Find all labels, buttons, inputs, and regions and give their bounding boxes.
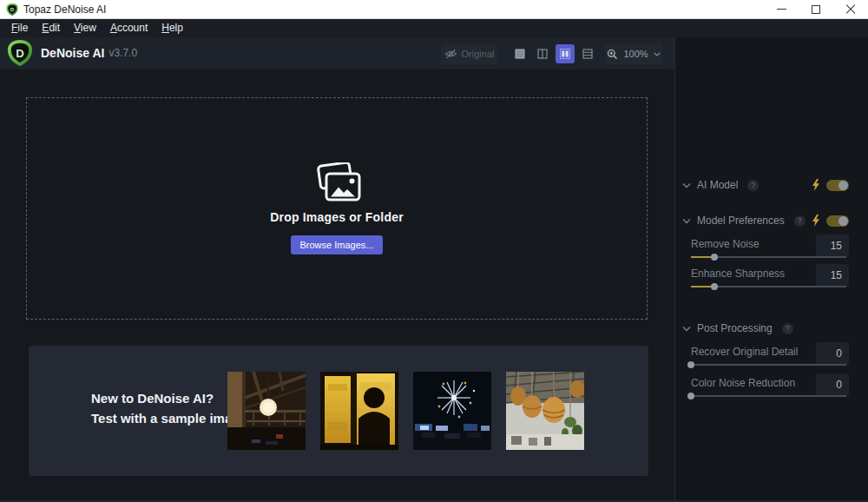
section-label: Model Preferences xyxy=(697,215,785,227)
minimize-button[interactable] xyxy=(764,0,799,18)
menu-account[interactable]: Account xyxy=(103,20,155,36)
chevron-down-icon xyxy=(682,182,691,188)
enhance-sharpness-slider: Enhance Sharpness 15 xyxy=(691,268,849,294)
samples-heading: New to DeNoise AI? Test with a sample im… xyxy=(91,388,247,428)
ai-model-toggle[interactable] xyxy=(826,180,849,191)
split-view-icon xyxy=(537,49,548,59)
svg-text:D: D xyxy=(10,6,15,12)
slider-handle[interactable] xyxy=(711,254,718,261)
menu-file[interactable]: File xyxy=(4,20,35,36)
remove-noise-slider: Remove Noise 15 xyxy=(691,238,849,264)
section-label: Post Processing xyxy=(697,322,773,334)
section-post-processing[interactable]: Post Processing ? xyxy=(682,321,849,335)
chevron-down-icon xyxy=(682,326,691,332)
zoom-in-icon xyxy=(607,49,618,60)
maximize-icon xyxy=(812,5,820,14)
window-title: Topaz DeNoise AI xyxy=(23,3,106,16)
split-view-button[interactable] xyxy=(533,44,552,63)
slider-track[interactable] xyxy=(691,395,846,397)
brand-shield-icon: D xyxy=(7,40,33,66)
slider-handle[interactable] xyxy=(687,361,694,368)
svg-text:D: D xyxy=(16,47,23,60)
sample-thumbnails xyxy=(227,372,584,450)
samples-panel: New to DeNoise AI? Test with a sample im… xyxy=(29,346,648,476)
recover-original-detail-value[interactable]: 0 xyxy=(816,342,849,365)
slider-track[interactable] xyxy=(691,256,846,258)
slider-track[interactable] xyxy=(691,286,846,287)
toggle-knob xyxy=(838,216,848,226)
menu-edit[interactable]: Edit xyxy=(35,20,67,36)
original-label: Original xyxy=(462,49,495,59)
image-drop-zone[interactable]: Drop Images or Folder Browse Images... xyxy=(26,97,648,320)
chevron-down-icon xyxy=(654,52,661,56)
browse-images-button[interactable]: Browse Images... xyxy=(291,235,383,254)
recover-original-detail-slider: Recover Original Detail 0 xyxy=(691,346,849,372)
zoom-level: 100% xyxy=(623,49,648,59)
settings-panel: AI Model ? Model Preferences ? xyxy=(674,37,868,502)
toggle-knob xyxy=(838,181,848,190)
close-icon xyxy=(845,4,856,15)
samples-heading-line1: New to DeNoise AI? xyxy=(91,388,247,408)
minimize-icon xyxy=(777,9,786,10)
close-button[interactable] xyxy=(833,0,868,18)
side-by-side-view-button[interactable] xyxy=(556,44,575,63)
show-original-button[interactable]: Original xyxy=(441,43,497,64)
lightning-icon xyxy=(812,179,820,191)
color-noise-reduction-value[interactable]: 0 xyxy=(816,373,849,396)
help-icon[interactable]: ? xyxy=(782,323,793,334)
maximize-button[interactable] xyxy=(799,0,833,18)
menu-help[interactable]: Help xyxy=(155,20,190,36)
app-shield-icon: D xyxy=(6,3,18,16)
sample-image-lodge[interactable] xyxy=(227,372,306,450)
menu-view[interactable]: View xyxy=(67,20,103,36)
lightning-icon xyxy=(812,215,820,227)
app-name: DeNoise AI xyxy=(41,46,104,60)
help-icon[interactable]: ? xyxy=(794,215,806,227)
sample-image-cafe-baskets[interactable] xyxy=(506,372,584,450)
single-view-button[interactable] xyxy=(510,44,529,63)
window-titlebar: D Topaz DeNoise AI xyxy=(0,0,868,19)
help-icon[interactable]: ? xyxy=(747,180,759,191)
section-ai-model[interactable]: AI Model ? xyxy=(682,178,849,192)
side-by-side-view-icon xyxy=(560,49,570,59)
sample-image-stained-glass[interactable] xyxy=(320,372,398,450)
samples-heading-line2: Test with a sample image xyxy=(91,408,247,428)
photos-icon xyxy=(312,162,362,202)
remove-noise-value[interactable]: 15 xyxy=(816,234,849,257)
section-model-preferences[interactable]: Model Preferences ? xyxy=(682,214,849,228)
model-preferences-toggle[interactable] xyxy=(826,215,849,227)
eye-off-icon xyxy=(444,49,457,59)
app-version: v3.7.0 xyxy=(108,47,137,59)
enhance-sharpness-value[interactable]: 15 xyxy=(816,264,849,287)
slider-handle[interactable] xyxy=(687,393,694,400)
single-view-icon xyxy=(515,49,525,59)
app-header: D DeNoise AI v3.7.0 Original xyxy=(0,37,674,69)
zoom-control[interactable]: 100% xyxy=(605,43,662,64)
slider-handle[interactable] xyxy=(711,283,718,290)
sample-image-fireworks[interactable] xyxy=(413,372,491,450)
chevron-down-icon xyxy=(682,218,691,224)
section-label: AI Model xyxy=(697,179,738,191)
menu-bar: File Edit View Account Help xyxy=(0,19,868,37)
comparison-view-button[interactable] xyxy=(578,44,597,63)
view-mode-group xyxy=(510,44,597,63)
comparison-view-icon xyxy=(582,49,593,59)
brand: D DeNoise AI v3.7.0 xyxy=(7,40,137,66)
color-noise-reduction-slider: Color Noise Reduction 0 xyxy=(691,377,849,403)
slider-track[interactable] xyxy=(691,364,846,366)
dropzone-title: Drop Images or Folder xyxy=(270,210,404,224)
